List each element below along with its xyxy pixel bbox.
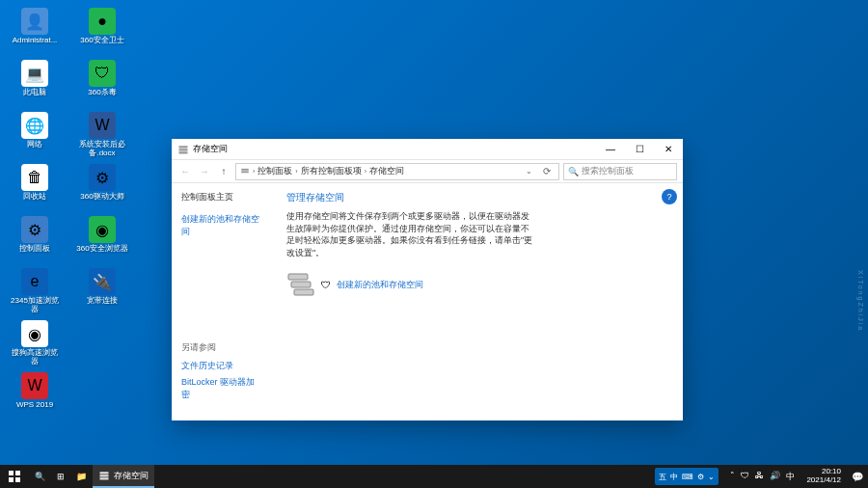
tray-ime-icon[interactable]: 中 [786,471,795,483]
search-placeholder: 搜索控制面板 [582,165,634,177]
chevron-down-icon[interactable]: ⌄ [522,167,536,176]
ime-indicator[interactable]: 五 中 ⌨ ⚙ ⌄ [655,468,719,485]
icon-label: 360安全卫士 [80,37,123,45]
svg-rect-2 [179,151,188,153]
svg-rect-1 [179,149,188,150]
icon-label: 2345加速浏览器 [9,297,61,314]
notification-button[interactable]: 💬 [847,465,868,488]
app-icon: e [21,268,48,295]
taskview-icon: ⊞ [57,472,65,481]
back-button[interactable]: ← [177,164,193,179]
desktop-icon[interactable]: 👤Administrat... [8,8,62,58]
app-icon: ◉ [21,320,48,347]
sidebar-link-bitlocker[interactable]: BitLocker 驱动器加密 [181,376,263,401]
svg-rect-3 [241,168,249,170]
storage-icon [98,470,110,481]
app-icon: ⚙ [89,164,116,191]
sidebar-home-link[interactable]: 控制面板主页 [181,191,263,203]
breadcrumb-seg[interactable]: 存储空间 [369,165,404,177]
tray-chevron-up-icon[interactable]: ˄ [730,471,735,483]
desktop-icon[interactable]: ●360安全卫士 [75,8,129,58]
taskbar-taskview-button[interactable]: ⊞ [51,465,70,488]
minimize-button[interactable]: — [596,139,625,160]
svg-rect-9 [15,471,20,475]
sidebar-create-link[interactable]: 创建新的池和存储空间 [181,213,263,238]
app-icon: 🛡 [89,60,116,87]
app-icon: 🌐 [21,112,48,139]
refresh-icon[interactable]: ⟳ [539,166,555,176]
svg-rect-14 [100,477,109,479]
maximize-button[interactable]: ☐ [625,139,654,160]
svg-rect-0 [179,146,188,148]
taskbar-explorer-button[interactable]: 📁 [70,465,93,488]
icon-label: 系统安装后必备.docx [76,141,128,158]
storage-icon [240,167,250,176]
create-pool-link[interactable]: 创建新的池和存储空间 [337,279,423,291]
folder-icon: 📁 [76,472,87,481]
close-button[interactable]: ✕ [654,139,683,160]
desktop-icon[interactable]: ⚙360驱动大师 [75,164,129,214]
up-button[interactable]: ↑ [216,164,231,179]
desktop-icon[interactable]: e2345加速浏览器 [8,268,62,318]
tray-volume-icon[interactable]: 🔊 [770,471,780,483]
control-panel-window: 存储空间 — ☐ ✕ ← → ↑ › 控制面板 › 所有控制面板项 › 存储空间… [172,139,683,420]
tray-network-icon[interactable]: 🖧 [755,471,764,483]
icon-label: 360驱动大师 [80,193,123,202]
search-icon: 🔍 [568,167,579,176]
svg-rect-6 [291,282,311,287]
desktop-icon[interactable]: 🔌宽带连接 [75,268,129,318]
desktop-icon[interactable]: 🗑回收站 [8,164,62,214]
svg-rect-7 [294,289,313,295]
forward-button[interactable]: → [197,164,212,179]
svg-rect-11 [15,477,20,482]
desktop-icon[interactable]: WWPS 2019 [8,372,62,422]
taskbar-search-button[interactable]: 🔍 [29,465,51,488]
search-input[interactable]: 🔍 搜索控制面板 [563,163,677,180]
drives-icon [286,272,315,297]
icon-label: 网络 [27,141,42,149]
svg-rect-4 [241,171,249,173]
titlebar: 存储空间 — ☐ ✕ [172,139,683,160]
icon-label: 此电脑 [23,89,46,97]
desktop-icon[interactable]: 💻此电脑 [8,60,62,110]
help-icon[interactable]: ? [662,189,677,204]
sidebar: 控制面板主页 创建新的池和存储空间 另请参阅 文件历史记录 BitLocker … [172,183,273,420]
shield-icon: 🛡 [321,280,331,290]
sidebar-link-file-history[interactable]: 文件历史记录 [181,360,263,372]
taskbar: 🔍 ⊞ 📁 存储空间 五 中 ⌨ ⚙ ⌄ ˄ 🛡 🖧 🔊 中 20:10 202… [0,465,868,488]
app-icon: W [21,372,48,399]
search-icon: 🔍 [35,472,45,481]
icon-label: 360安全浏览器 [76,245,127,254]
desktop-icon[interactable]: ◉搜狗高速浏览器 [8,320,62,370]
app-icon: 🔌 [89,268,116,295]
taskbar-app-label: 存储空间 [114,470,149,482]
breadcrumb-seg[interactable]: 所有控制面板项 [301,165,362,177]
icon-label: 回收站 [23,193,46,202]
breadcrumb-seg[interactable]: 控制面板 [258,165,292,177]
app-icon: 🗑 [21,164,48,191]
tray-shield-icon[interactable]: 🛡 [741,471,749,483]
desktop-icon[interactable]: ◉360安全浏览器 [75,216,129,266]
nav-bar: ← → ↑ › 控制面板 › 所有控制面板项 › 存储空间 ⌄ ⟳ 🔍 搜索控制… [172,160,683,183]
address-bar[interactable]: › 控制面板 › 所有控制面板项 › 存储空间 ⌄ ⟳ [235,163,559,180]
icon-label: 360杀毒 [88,89,116,97]
app-icon: W [89,112,116,139]
see-also-label: 另请参阅 [181,341,263,354]
chevron-right-icon: › [365,168,366,175]
taskbar-app-storage[interactable]: 存储空间 [93,465,154,488]
start-button[interactable] [0,465,29,488]
svg-rect-10 [9,477,14,482]
desktop-icon[interactable]: W系统安装后必备.docx [75,112,129,162]
desktop-icon[interactable]: 🛡360杀毒 [75,60,129,110]
desktop-icon[interactable]: ⚙控制面板 [8,216,62,266]
chevron-right-icon: › [253,168,255,175]
taskbar-clock[interactable]: 20:10 2021/4/12 [800,468,847,485]
icon-label: Administrat... [13,37,58,45]
gear-icon: ⚙ [697,473,704,481]
storage-icon [177,144,189,155]
app-icon: ⚙ [21,216,48,243]
chevron-down-icon: ⌄ [708,473,715,481]
desktop-icon[interactable]: 🌐网络 [8,112,62,162]
chevron-right-icon: › [295,168,297,175]
icon-label: 搜狗高速浏览器 [9,349,61,366]
